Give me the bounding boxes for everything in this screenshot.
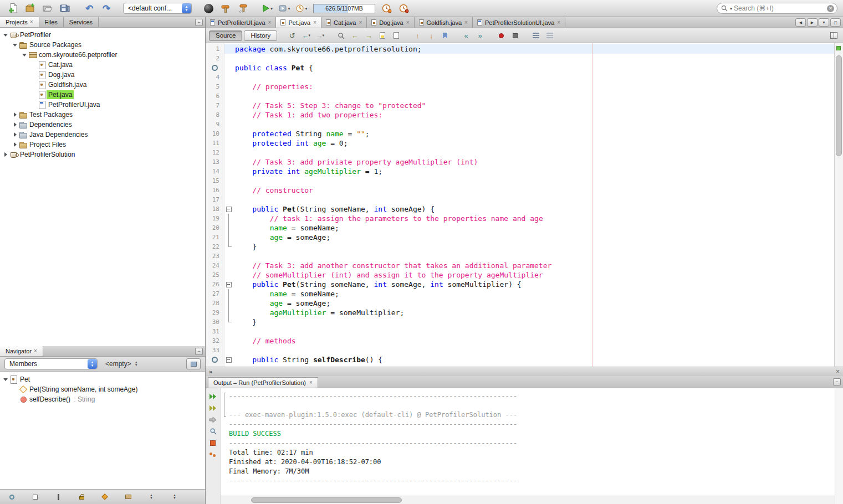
profile-dropdown-icon[interactable]: ▾ [305, 6, 307, 11]
members-stepper-icon[interactable]: ▲▼ [88, 359, 97, 369]
uncomment-icon[interactable] [544, 30, 556, 41]
project-tree-item-com-skyroute66-petprofiler[interactable]: com.skyroute66.petprofiler [0, 50, 205, 60]
next-occurrence-icon[interactable]: ↓ [425, 30, 437, 41]
sort-alphabetically-icon[interactable]: ▲▼ [170, 492, 180, 501]
memory-gauge[interactable]: 626.5/1107MB [313, 4, 375, 13]
project-tree-item-goldfish-java[interactable]: Goldfish.java [0, 80, 205, 90]
code-line-12[interactable]: 12 [206, 148, 834, 157]
last-edit-icon[interactable]: ↺ [286, 30, 298, 41]
record-macro-icon[interactable] [495, 30, 507, 41]
editor-tab-cat-java[interactable]: Cat.java× [321, 17, 367, 28]
code-line-9[interactable]: 9 [206, 120, 834, 129]
expand-arrow-icon[interactable] [12, 131, 19, 138]
panel-tab-projects[interactable]: Projects× [0, 17, 39, 27]
code-line-26[interactable]: 26 public Pet(String someName, int someA… [206, 280, 834, 289]
toggle-bookmark-icon[interactable] [439, 30, 451, 41]
code-line-14[interactable]: 14 private int ageMultiplier = 1; [206, 167, 834, 176]
code-line-16[interactable]: 16 // constructor [206, 186, 834, 195]
code-line-13[interactable]: 13 // Task 3: add priviate property ageM… [206, 157, 834, 167]
filter-stepper-icon[interactable]: ▲▼ [135, 361, 138, 367]
expand-arrow-icon[interactable] [12, 121, 19, 128]
code-line-18[interactable]: 18 public Pet(String someName, int someA… [206, 204, 834, 214]
code-line-10[interactable]: 10 protected String name = ""; [206, 129, 834, 138]
minimize-output-panel-icon[interactable]: − [833, 378, 841, 385]
project-tree-item-project-files[interactable]: Project Files [0, 140, 205, 150]
navigator-item-pet[interactable]: Pet [0, 374, 205, 384]
project-tree-item-petprofiler[interactable]: PetProfiler [0, 30, 205, 40]
close-tab-icon[interactable]: × [359, 20, 362, 25]
navigator-item-selfdescribe[interactable]: selfDescribe() : String [0, 394, 205, 404]
save-all-button[interactable] [57, 1, 73, 16]
project-tree-item-dog-java[interactable]: Dog.java [0, 70, 205, 80]
show-non-public-icon[interactable] [76, 492, 86, 501]
code-line-8[interactable]: 8 // Task 1: add two properties: [206, 110, 834, 120]
close-tab-icon[interactable]: × [30, 19, 33, 25]
code-line-17[interactable]: 17 [206, 195, 834, 204]
rerun-button[interactable] [208, 392, 218, 400]
comment-icon[interactable] [530, 30, 542, 41]
minimize-navigator-panel-icon[interactable]: − [195, 348, 203, 355]
debug-project-button[interactable]: ▾ [277, 1, 292, 16]
editor-tab-petprofilersolutionui-java[interactable]: PetProfilerSolutionUI.java× [473, 17, 565, 28]
fold-collapse-icon[interactable] [224, 204, 233, 214]
code-line-19[interactable]: 19 // task 1: assign the parameters to t… [206, 214, 834, 223]
find-next-icon[interactable]: → [362, 30, 375, 41]
close-tab-icon[interactable]: × [268, 20, 272, 25]
code-line-2[interactable]: 2 [206, 54, 834, 63]
output-vertical-scrollbar[interactable] [835, 388, 843, 504]
search-input[interactable] [734, 4, 825, 12]
tab-list-dropdown-icon[interactable]: ▼ [819, 18, 829, 27]
output-tab[interactable]: Output – Run (PetProfilerSolution) × [208, 377, 318, 388]
stop-macro-icon[interactable] [509, 30, 521, 41]
expand-sidebar-icon[interactable]: » [209, 368, 212, 375]
navigator-filter-combo[interactable]: <empty> ▲▼ [105, 360, 138, 368]
code-line-3[interactable]: public class Pet { [206, 63, 834, 73]
debug-dropdown-icon[interactable]: ▾ [288, 6, 290, 11]
code-line-30[interactable]: 30 } [206, 317, 834, 327]
navigator-tab[interactable]: Navigator × [0, 346, 43, 356]
code-line-5[interactable]: 5 // properties: [206, 82, 834, 91]
project-tree-item-source-packages[interactable]: Source Packages [0, 40, 205, 50]
project-tree-item-pet-java[interactable]: Pet.java [0, 90, 205, 100]
profile-project-button[interactable]: ▾ [294, 1, 309, 16]
toggle-highlight-icon[interactable] [376, 30, 389, 41]
code-line-15[interactable]: 15 [206, 176, 834, 186]
profiler-clock-button-1[interactable] [379, 1, 395, 16]
open-project-button[interactable] [40, 1, 55, 16]
globe-button[interactable] [201, 1, 216, 16]
code-line-21[interactable]: 21 age = someAge; [206, 233, 834, 242]
code-line-33[interactable]: 33 [206, 346, 834, 355]
minimize-projects-panel-icon[interactable]: − [195, 19, 203, 26]
scroll-tabs-left-icon[interactable]: ◀ [795, 18, 806, 27]
panel-tab-services[interactable]: Services [64, 17, 99, 27]
output-horizontal-scrollbar[interactable] [221, 496, 835, 504]
members-combo[interactable]: Members ▲▼ [4, 358, 98, 369]
previous-occurrence-icon[interactable]: ↑ [411, 30, 423, 41]
shift-left-icon[interactable]: « [460, 30, 472, 41]
close-tab-icon[interactable]: × [464, 20, 468, 25]
editor-tab-petprofilerui-java[interactable]: PetProfilerUI.java× [206, 17, 276, 28]
clear-highlight-icon[interactable] [390, 30, 402, 41]
project-tree-item-dependencies[interactable]: Dependencies [0, 120, 205, 130]
code-line-4[interactable]: 4 [206, 73, 834, 82]
new-project-button[interactable] [23, 1, 38, 16]
expand-arrow-icon[interactable] [2, 376, 9, 383]
profiler-clock-button-2[interactable] [396, 1, 412, 16]
editor-output-splitter[interactable]: » × [206, 367, 843, 376]
close-tab-icon[interactable]: × [557, 20, 560, 25]
code-line-25[interactable]: 25 // someMultiplier (int) and assign it… [206, 270, 834, 280]
search-scope-dropdown-icon[interactable]: ▾ [730, 6, 732, 11]
panel-tab-files[interactable]: Files [39, 17, 64, 27]
project-tree-item-cat-java[interactable]: Cat.java [0, 60, 205, 70]
show-constructors-icon[interactable] [100, 492, 110, 501]
editor-tab-pet-java[interactable]: Pet.java× [276, 17, 321, 28]
maximize-editor-icon[interactable]: ▢ [830, 18, 841, 27]
scrollbar-thumb[interactable] [836, 55, 842, 156]
code-line-24[interactable]: 24 // Task 3: add another constructor th… [206, 261, 834, 270]
navigator-item-pet-string-somename-int-someage[interactable]: Pet(String someName, int someAge) [0, 384, 205, 394]
editor-vertical-scrollbar[interactable] [834, 43, 843, 367]
split-editor-icon[interactable] [827, 30, 840, 41]
code-line-32[interactable]: 32 // methods [206, 336, 834, 346]
editor-tab-dog-java[interactable]: Dog.java× [367, 17, 414, 28]
code-line-1[interactable]: 1package com.skyroute66.petprofilersolut… [206, 44, 834, 54]
